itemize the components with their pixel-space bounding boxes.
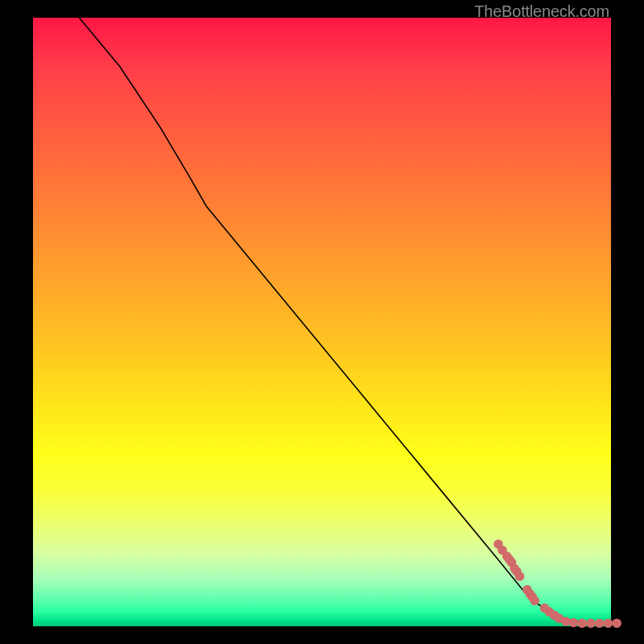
scatter-dot <box>604 618 613 628</box>
scatter-dot <box>569 618 579 628</box>
scatter-dots <box>493 539 621 628</box>
scatter-dot <box>595 618 605 628</box>
scatter-dot <box>515 572 525 581</box>
scatter-dot <box>530 596 539 605</box>
curve-line <box>79 18 611 623</box>
chart-overlay <box>33 18 611 626</box>
scatter-dot <box>577 618 587 628</box>
scatter-dot <box>612 618 621 628</box>
scatter-dot <box>586 618 596 628</box>
watermark: TheBottleneck.com <box>474 2 609 21</box>
